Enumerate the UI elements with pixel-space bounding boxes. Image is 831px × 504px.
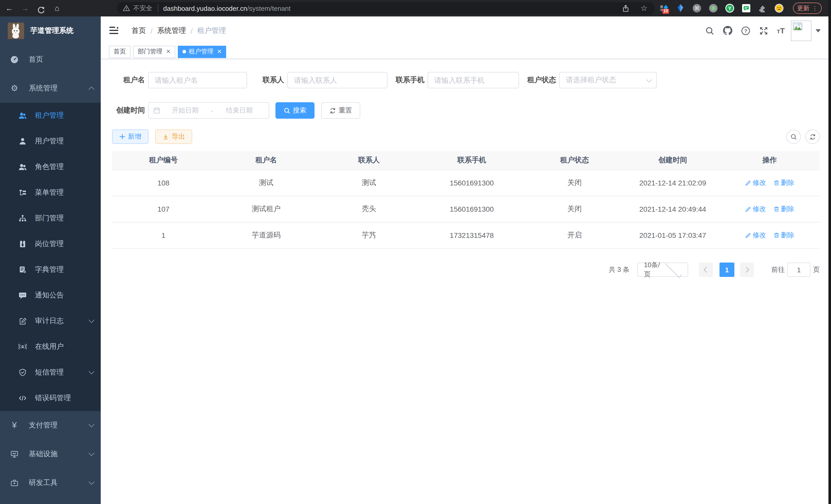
date-end-placeholder[interactable]: 结束日期 [214, 106, 264, 115]
sidebar-item-system[interactable]: ⚙ 系统管理 [0, 74, 101, 103]
sidebar-item-dept[interactable]: 部门管理 [0, 206, 101, 231]
current-page-button[interactable]: 1 [719, 263, 735, 277]
status-label: 租户状态 [523, 76, 556, 85]
font-size-icon[interactable]: TT [777, 26, 785, 35]
browser-reload-icon[interactable] [34, 2, 48, 14]
col-status: 租户状态 [523, 151, 626, 170]
sidebar-item-online-users[interactable]: 在线用户 [0, 334, 101, 360]
col-contact: 联系人 [318, 151, 420, 170]
tab-tenant[interactable]: 租户管理✕ [178, 46, 226, 58]
chevron-up-icon [89, 87, 94, 92]
extension-y-icon[interactable]: Y [725, 4, 735, 13]
search-button[interactable]: 搜索 [276, 102, 315, 119]
refresh-table-button[interactable] [805, 129, 820, 144]
date-start-placeholder[interactable]: 开始日期 [160, 106, 210, 115]
browser-menu-dots-icon[interactable]: ⋮ [812, 5, 818, 11]
table-row: 107 测试租户 秃头 15601691300 关闭 2021-12-14 20… [112, 196, 820, 222]
chevron-down-icon [665, 261, 682, 277]
breadcrumb-system[interactable]: 系统管理 [157, 26, 186, 35]
sidebar-item-home[interactable]: 首页 [0, 45, 101, 74]
edit-pencil-icon [745, 206, 751, 212]
edit-button[interactable]: 修改 [745, 205, 766, 214]
address-bar[interactable]: 不安全 dashboard.yudao.iocoder.cn/system/te… [117, 2, 655, 14]
share-icon[interactable] [622, 4, 629, 12]
breadcrumb-home[interactable]: 首页 [132, 26, 146, 35]
main-area: 首页 / 系统管理 / 租户管理 ? TT [101, 17, 831, 504]
status-select[interactable]: 请选择租户状态 [559, 72, 657, 88]
github-icon[interactable] [723, 26, 732, 35]
sidebar-item-menu[interactable]: 菜单管理 [0, 180, 101, 206]
browser-update-button[interactable]: 更新⋮ [793, 3, 822, 14]
sidebar-item-error-code[interactable]: 错误码管理 [0, 385, 101, 411]
close-icon[interactable]: ✕ [217, 49, 222, 55]
url-host[interactable]: dashboard.yudao.iocoder.cn [163, 4, 247, 12]
avatar[interactable] [791, 20, 811, 41]
svg-text:?: ? [744, 28, 747, 33]
sidebar-item-audit-log[interactable]: 审计日志 [0, 308, 101, 334]
fullscreen-icon[interactable] [759, 26, 768, 35]
extension-kite-icon[interactable] [676, 4, 685, 13]
filter-row-2: 创建时间 开始日期 - 结束日期 搜索 重置 [112, 102, 820, 119]
col-tenant-name: 租户名 [215, 151, 318, 170]
org-chart-icon [17, 214, 29, 223]
browser-back-icon[interactable]: ← [3, 0, 16, 17]
sidebar-item-user[interactable]: 用户管理 [0, 128, 101, 154]
extensions-puzzle-icon[interactable] [758, 4, 767, 13]
edit-button[interactable]: 修改 [745, 231, 766, 240]
browser-home-icon[interactable]: ⌂ [50, 0, 64, 17]
sidebar-item-devtools[interactable]: 研发工具 [0, 469, 101, 497]
delete-button[interactable]: 删除 [773, 178, 794, 187]
add-button[interactable]: 新增 [112, 129, 148, 144]
sidebar-item-role[interactable]: 角色管理 [0, 154, 101, 180]
goto-page-input[interactable] [787, 263, 810, 277]
sidebar-item-post[interactable]: 岗位管理 [0, 231, 101, 257]
delete-button[interactable]: 删除 [773, 231, 794, 240]
help-icon[interactable]: ? [741, 26, 750, 35]
extension-badge: 10 [662, 9, 669, 14]
extension-record-icon[interactable] [709, 4, 718, 13]
sidebar-item-tenant[interactable]: 租户管理 [0, 103, 101, 128]
refresh-icon [329, 107, 336, 114]
export-button[interactable]: 导出 [155, 129, 192, 144]
contact-input[interactable] [287, 72, 388, 88]
tenant-table: 租户编号 租户名 联系人 联系手机 租户状态 创建时间 操作 108 测试 测试 [112, 151, 820, 249]
delete-button[interactable]: 删除 [773, 205, 794, 214]
page-size-select[interactable]: 10条/页 [637, 263, 688, 277]
extension-grid-icon[interactable]: 10 [659, 4, 668, 13]
close-icon[interactable]: ✕ [166, 49, 171, 55]
browser-forward-icon[interactable]: → [19, 0, 32, 17]
top-navbar: 首页 / 系统管理 / 租户管理 ? TT [101, 17, 831, 45]
toggle-search-button[interactable] [786, 129, 801, 144]
profile-emoji-icon[interactable] [774, 4, 784, 13]
extension-command-icon[interactable]: ⌘ [692, 4, 701, 13]
next-page-button[interactable] [740, 263, 754, 277]
mobile-input[interactable] [428, 72, 519, 88]
security-label[interactable]: 不安全 [133, 4, 152, 12]
avatar-dropdown-caret-icon[interactable] [815, 29, 821, 32]
sidebar-item-notice[interactable]: 通知公告 [0, 283, 101, 308]
tenant-name-input[interactable] [148, 72, 247, 88]
tenant-users-icon [17, 112, 29, 120]
search-icon[interactable] [705, 26, 714, 35]
fold-sidebar-icon[interactable] [110, 27, 118, 34]
sidebar-item-infra[interactable]: 基础设施 [0, 440, 101, 469]
window-right-edge [828, 0, 831, 504]
dict-book-icon [17, 266, 29, 274]
reset-button[interactable]: 重置 [321, 102, 360, 119]
sidebar-item-dict[interactable]: 字典管理 [0, 257, 101, 283]
extension-chat-icon[interactable] [742, 4, 751, 13]
table-toolbar: 新增 导出 [112, 129, 820, 144]
edit-button[interactable]: 修改 [745, 178, 766, 187]
sidebar-item-sms[interactable]: 短信管理 [0, 360, 101, 385]
tab-dept[interactable]: 部门管理✕ [133, 46, 175, 58]
sidebar-logo-row[interactable]: 芋道管理系统 [0, 17, 101, 45]
svg-text:⌘: ⌘ [694, 5, 699, 11]
tab-home[interactable]: 首页 [109, 46, 131, 58]
edit-pencil-icon [745, 232, 751, 238]
url-path[interactable]: /system/tenant [247, 4, 291, 12]
search-icon [284, 107, 290, 114]
bookmark-star-icon[interactable]: ☆ [640, 2, 648, 14]
sidebar-item-pay[interactable]: ¥ 支付管理 [0, 411, 101, 440]
create-time-range-picker[interactable]: 开始日期 - 结束日期 [148, 102, 269, 119]
prev-page-button[interactable] [699, 263, 713, 277]
